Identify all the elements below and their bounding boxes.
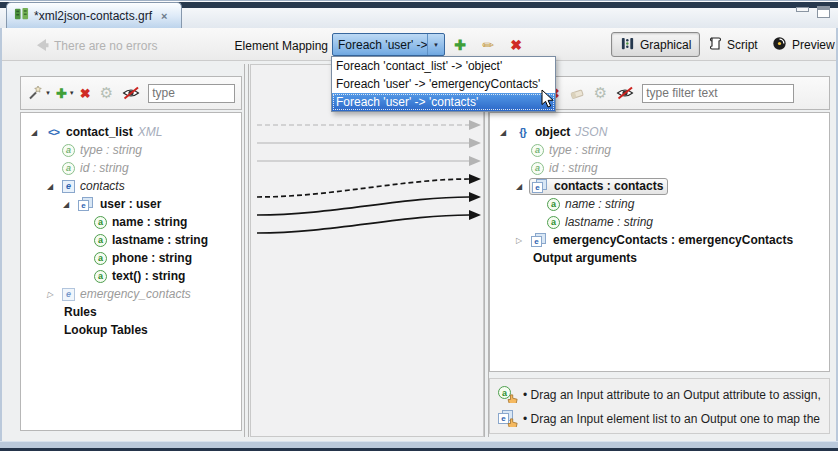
mapping-line-name-to-name[interactable]	[257, 197, 469, 215]
eraser-icon[interactable]	[569, 84, 585, 102]
dropdown-item-foreach-contact-list-object[interactable]: Foreach 'contact_list' -> 'object'	[332, 57, 555, 75]
add-node-icon[interactable]: ✚	[56, 84, 67, 102]
input-tree-row-text-string[interactable]: atext() : string	[21, 267, 241, 285]
tab-close-icon[interactable]: ×	[161, 10, 167, 22]
tree-label: emergency_contacts	[80, 287, 191, 301]
attribute-hand-icon: a	[498, 386, 517, 403]
remove-node-icon[interactable]: ✖	[80, 84, 91, 102]
input-tree-row-type-string[interactable]: atype : string	[21, 141, 241, 159]
edit-mapping-button[interactable]: ✏	[479, 36, 497, 54]
mapping-arrowhead-object	[469, 120, 481, 130]
view-label: Graphical	[640, 38, 691, 52]
tree-label: id : string	[549, 161, 598, 175]
dropdown-item-foreach-user-contacts[interactable]: Foreach 'user' -> 'contacts'	[332, 93, 555, 111]
output-tree-row-emergencycontacts-emergencycontacts[interactable]: ▷eemergencyContacts : emergencyContacts	[490, 231, 829, 249]
mapping-arrowhead-lastname	[469, 210, 481, 220]
tree-label: id : string	[80, 161, 129, 175]
attribute-icon: a	[94, 270, 107, 283]
tree-label: lastname : string	[112, 233, 208, 247]
mapping-line-lastname-to-lastname[interactable]	[257, 215, 469, 233]
expanded-twisty-icon[interactable]: ◢	[500, 128, 515, 137]
output-tree-row-object[interactable]: ◢{}objectJSON	[490, 123, 829, 141]
mouse-cursor	[541, 89, 554, 112]
output-tree-row-output-arguments[interactable]: Output arguments	[490, 249, 829, 267]
tree-label: contacts : contacts	[554, 179, 663, 193]
tree-label: contacts	[80, 179, 125, 193]
input-schema-tree: ◢<>contact_listXMLatype : stringaid : st…	[20, 112, 242, 431]
input-tree-row-contact-list[interactable]: ◢<>contact_listXML	[21, 123, 241, 141]
attribute-icon: a	[94, 216, 107, 229]
hint-row: a• Drag an Input attribute to an Output …	[498, 386, 825, 403]
left-splitter[interactable]	[244, 64, 249, 437]
window-frame-left	[0, 28, 2, 441]
expanded-twisty-icon[interactable]: ◢	[63, 200, 78, 209]
hide-unmapped-eye-icon[interactable]	[122, 84, 140, 102]
element-list-icon: e	[532, 179, 549, 194]
tab-title: *xml2json-contacts.grf	[34, 9, 152, 23]
element-mapping-label: Element Mapping	[226, 39, 328, 53]
add-mapping-button[interactable]: ✚	[451, 36, 469, 54]
collapsed-twisty-icon[interactable]: ▷	[47, 290, 62, 299]
expanded-twisty-icon[interactable]: ◢	[31, 128, 46, 137]
tree-label: Output arguments	[533, 251, 637, 265]
input-tree-row-phone-string[interactable]: aphone : string	[21, 249, 241, 267]
minimize-icon[interactable]	[796, 7, 809, 12]
output-schema-tree: ◢{}objectJSONatype : stringaid : string◢…	[489, 112, 830, 372]
graphical-view-button[interactable]: Graphical	[611, 32, 700, 57]
auto-map-wand-icon[interactable]	[27, 84, 43, 102]
xml-root-icon: <>	[46, 126, 61, 138]
input-tree-row-emergency-contacts[interactable]: ▷eemergency_contacts	[21, 285, 241, 303]
element-mapping-combobox[interactable]: Foreach 'user' -> ▼	[332, 33, 445, 56]
wand-dropdown-caret-icon[interactable]: ▼	[45, 90, 51, 96]
hint-text: • Drag an Input attribute to an Output a…	[523, 388, 821, 402]
tree-label: user : user	[100, 197, 161, 211]
delete-mapping-button[interactable]: ✖	[507, 36, 525, 54]
expanded-twisty-icon[interactable]: ◢	[47, 182, 62, 191]
settings-gear-icon[interactable]: ⚙	[594, 84, 607, 102]
hide-unmapped-eye-icon[interactable]	[616, 84, 634, 102]
format-suffix: XML	[138, 125, 163, 139]
dropdown-item-foreach-user-emergencycontacts[interactable]: Foreach 'user' -> 'emergencyContacts'	[332, 75, 555, 93]
mapping-line-user-to-contacts[interactable]	[257, 179, 469, 197]
element-list-hand-icon: e	[498, 410, 517, 427]
input-tree-row-rules[interactable]: Rules	[21, 303, 241, 321]
combobox-value: Foreach 'user' ->	[333, 38, 427, 52]
input-tree-row-name-string[interactable]: aname : string	[21, 213, 241, 231]
element-list-icon: e	[78, 197, 95, 212]
input-tree-row-lastname-string[interactable]: alastname : string	[21, 231, 241, 249]
status-text: There are no errors	[54, 39, 157, 53]
script-view-button[interactable]: Script	[700, 32, 766, 57]
input-tree-row-contacts[interactable]: ◢econtacts	[21, 177, 241, 195]
attribute-icon: a	[547, 216, 560, 229]
output-tree-row-contacts-contacts[interactable]: ◢econtacts : contacts	[490, 177, 829, 195]
add-dropdown-caret-icon[interactable]: ▼	[69, 90, 75, 96]
input-tree-filter[interactable]	[148, 84, 235, 103]
input-tree-row-user-user[interactable]: ◢euser : user	[21, 195, 241, 213]
preview-view-button[interactable]: Preview	[764, 32, 838, 57]
attribute-icon: a	[94, 234, 107, 247]
output-tree-filter[interactable]	[642, 84, 794, 103]
collapsed-twisty-icon[interactable]: ▷	[516, 236, 531, 245]
tree-label: emergencyContacts : emergencyContacts	[553, 233, 793, 247]
settings-gear-icon[interactable]: ⚙	[100, 84, 113, 102]
attribute-icon: a	[547, 198, 560, 211]
app-logo-icon	[14, 6, 29, 25]
window-buttons	[796, 6, 830, 18]
mapping-editor-window: { "tab": { "title": "*xml2json-contacts.…	[0, 0, 838, 451]
attribute-icon: a	[62, 162, 75, 175]
output-tree-row-type-string[interactable]: atype : string	[490, 141, 829, 159]
output-tree-row-lastname-string[interactable]: alastname : string	[490, 213, 829, 231]
selected-node-highlight: econtacts : contacts	[529, 178, 668, 195]
output-tree-row-id-string[interactable]: aid : string	[490, 159, 829, 177]
maximize-icon[interactable]	[817, 6, 830, 18]
mapping-arrowhead-contacts	[469, 174, 481, 184]
element-icon: e	[62, 180, 75, 193]
input-tree-row-id-string[interactable]: aid : string	[21, 159, 241, 177]
input-tree-toolbar: ▼ ✚ ▼ ✖ ⚙	[20, 76, 242, 110]
element-icon: e	[62, 288, 75, 301]
editor-tab[interactable]: *xml2json-contacts.grf ×	[6, 2, 182, 28]
input-tree-row-lookup-tables[interactable]: Lookup Tables	[21, 321, 241, 339]
output-tree-row-name-string[interactable]: aname : string	[490, 195, 829, 213]
chevron-down-icon[interactable]: ▼	[427, 34, 444, 55]
tree-label: name : string	[565, 197, 634, 211]
